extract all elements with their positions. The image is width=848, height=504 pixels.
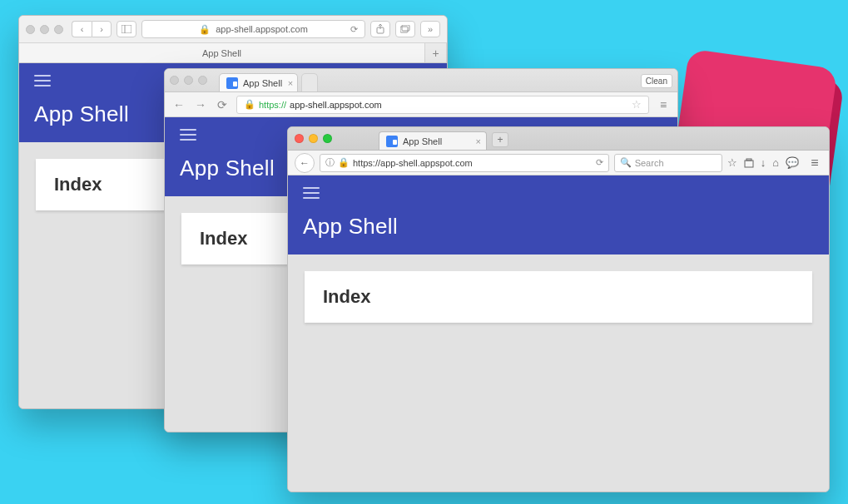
- clean-badge[interactable]: Clean: [641, 74, 672, 88]
- tabs-button[interactable]: [395, 21, 415, 37]
- app-header: App Shell: [288, 175, 829, 254]
- safari-tab-strip: App Shell +: [19, 42, 447, 62]
- close-button[interactable]: [295, 134, 304, 143]
- lock-icon: 🔒: [199, 24, 211, 35]
- minimize-button[interactable]: [309, 134, 318, 143]
- search-bar[interactable]: 🔍 Search: [614, 154, 722, 172]
- app-title: App Shell: [303, 214, 814, 240]
- address-bar[interactable]: 🔒 app-shell.appspot.com ⟳: [141, 20, 365, 38]
- share-button[interactable]: [370, 21, 390, 37]
- search-placeholder: Search: [635, 158, 664, 168]
- menu-icon[interactable]: [303, 187, 320, 199]
- svg-rect-0: [121, 25, 131, 33]
- overflow-button[interactable]: »: [420, 21, 440, 37]
- reload-icon[interactable]: ⟳: [350, 24, 358, 35]
- forward-button[interactable]: ›: [92, 21, 112, 37]
- close-tab-icon[interactable]: ×: [476, 136, 481, 146]
- safari-chrome: ‹ › 🔒 app-shell.appspot.com ⟳ »: [19, 16, 447, 63]
- chat-icon[interactable]: 💬: [786, 156, 799, 169]
- chrome-toolbar: ← → ⟳ 🔒 https://app-shell.appspot.com ☆ …: [165, 92, 677, 117]
- svg-rect-4: [400, 27, 408, 32]
- favicon-icon: [386, 136, 398, 147]
- bookmark-icon[interactable]: ☆: [727, 156, 737, 169]
- new-tab-button[interactable]: [301, 73, 318, 91]
- window-controls: [26, 25, 63, 34]
- lock-icon: 🔒: [338, 157, 350, 168]
- menu-icon[interactable]: [180, 129, 196, 141]
- firefox-window: App Shell × + ← ⓘ 🔒 https://app-shell.ap…: [287, 126, 830, 492]
- menu-icon[interactable]: [34, 75, 51, 86]
- browser-tab[interactable]: App Shell ×: [219, 73, 298, 91]
- maximize-button[interactable]: [323, 134, 332, 143]
- maximize-button[interactable]: [54, 25, 63, 34]
- minimize-button[interactable]: [40, 25, 49, 34]
- search-icon: 🔍: [620, 157, 632, 168]
- home-icon[interactable]: ⌂: [772, 156, 779, 169]
- sidebar-button[interactable]: [117, 21, 136, 37]
- content-card: Index: [305, 271, 812, 323]
- firefox-toolbar: ← ⓘ 🔒 https://app-shell.appspot.com ⟳ 🔍 …: [288, 151, 829, 175]
- svg-rect-7: [746, 159, 751, 161]
- tab-title: App Shell: [202, 48, 241, 58]
- reload-icon[interactable]: ⟳: [596, 157, 603, 168]
- svg-rect-6: [745, 161, 753, 167]
- url-host: app-shell.appspot.com: [290, 100, 382, 110]
- address-bar[interactable]: ⓘ 🔒 https://app-shell.appspot.com ⟳: [320, 154, 609, 172]
- close-button[interactable]: [170, 76, 179, 85]
- back-button[interactable]: ‹: [72, 21, 92, 37]
- reload-button[interactable]: ⟳: [215, 98, 230, 111]
- chrome-tab-strip: App Shell × Clean: [165, 69, 677, 92]
- favicon-icon: [226, 77, 238, 89]
- safari-toolbar: ‹ › 🔒 app-shell.appspot.com ⟳ »: [19, 16, 447, 42]
- close-tab-icon[interactable]: ×: [288, 78, 293, 88]
- card-heading: Index: [323, 286, 794, 308]
- window-controls: [170, 76, 207, 85]
- window-controls: [295, 134, 332, 143]
- url-scheme: https://: [259, 100, 286, 110]
- bookmark-icon[interactable]: ☆: [632, 98, 642, 111]
- lock-icon: 🔒: [244, 99, 255, 110]
- back-button[interactable]: ←: [171, 98, 186, 111]
- menu-button[interactable]: ≡: [656, 98, 671, 111]
- toolbar-icons: ☆ ↓ ⌂ 💬: [727, 156, 799, 169]
- nav-back-forward: ‹ ›: [72, 21, 112, 37]
- safari-right-controls: »: [370, 21, 440, 37]
- tab-title: App Shell: [403, 136, 442, 146]
- firefox-tab-strip: App Shell × +: [288, 127, 829, 151]
- new-tab-button[interactable]: +: [425, 43, 447, 62]
- url-text: app-shell.appspot.com: [216, 24, 308, 34]
- info-icon[interactable]: ⓘ: [325, 156, 335, 169]
- maximize-button[interactable]: [198, 76, 207, 85]
- browser-tab[interactable]: App Shell: [19, 43, 425, 62]
- browser-tab[interactable]: App Shell ×: [379, 131, 487, 150]
- tab-title: App Shell: [243, 78, 282, 88]
- menu-button[interactable]: ≡: [807, 156, 822, 170]
- downloads-icon[interactable]: ↓: [761, 156, 766, 169]
- close-button[interactable]: [26, 25, 35, 34]
- minimize-button[interactable]: [184, 76, 193, 85]
- forward-button[interactable]: →: [193, 98, 208, 111]
- back-button[interactable]: ←: [295, 153, 315, 173]
- address-bar[interactable]: 🔒 https://app-shell.appspot.com ☆: [236, 96, 649, 114]
- library-icon[interactable]: [744, 158, 754, 168]
- new-tab-button[interactable]: +: [492, 132, 508, 147]
- url-text: https://app-shell.appspot.com: [353, 158, 473, 168]
- svg-rect-5: [402, 25, 409, 31]
- page-viewport: App Shell Index: [288, 175, 829, 492]
